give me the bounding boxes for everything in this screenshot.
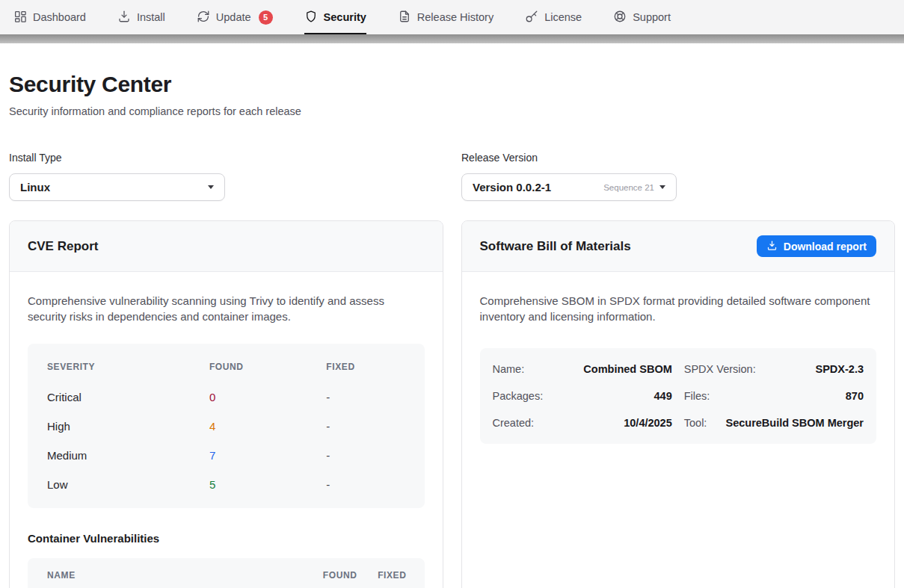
found-count: 7 <box>209 449 326 462</box>
detail-row-packages: Packages: 449 <box>493 383 672 409</box>
nav-item-label: Release History <box>417 11 493 23</box>
release-version-label: Release Version <box>461 152 677 164</box>
detail-value: SecureBuild SBOM Merger <box>725 417 864 429</box>
nav-item-dashboard[interactable]: Dashboard <box>13 0 86 34</box>
severity-name: Critical <box>47 391 209 403</box>
table-row-low: Low 5 - <box>28 470 425 499</box>
detail-label: Files: <box>684 390 710 402</box>
nav-item-label: Update <box>216 11 251 23</box>
detail-label: Created: <box>493 417 535 429</box>
nav-item-label: Dashboard <box>33 11 86 23</box>
severity-name: Medium <box>47 449 209 462</box>
table-row-high: High 4 - <box>28 412 425 441</box>
name-col-header: NAME <box>47 570 289 581</box>
fixed-count: - <box>326 449 424 462</box>
nav-item-support[interactable]: Support <box>613 0 671 34</box>
install-type-value: Linux <box>20 181 50 194</box>
sbom-title: Software Bill of Materials <box>480 239 631 254</box>
fixed-count: - <box>326 391 424 403</box>
severity-table: SEVERITY FOUND FIXED Critical 0 - High 4… <box>28 344 425 508</box>
detail-label: Name: <box>493 363 525 375</box>
fixed-count: - <box>326 478 424 491</box>
nav-item-update[interactable]: Update 5 <box>197 0 273 34</box>
nav-item-license[interactable]: License <box>525 0 582 34</box>
download-icon <box>117 10 131 25</box>
nav-item-label: Support <box>633 11 671 23</box>
container-vulnerabilities-title: Container Vulnerabilities <box>28 532 425 545</box>
found-count: 5 <box>209 478 326 491</box>
download-icon <box>766 240 778 253</box>
detail-row-spdx-version: SPDX Version: SPDX-2.3 <box>684 356 864 383</box>
found-col-header: FOUND <box>289 570 357 581</box>
release-version-select[interactable]: Version 0.0.2-1 Sequence 21 <box>461 173 677 201</box>
severity-name: Low <box>47 478 209 491</box>
table-row-medium: Medium 7 - <box>28 441 425 470</box>
detail-label: Tool: <box>684 417 707 429</box>
fixed-col-header: FIXED <box>357 570 407 581</box>
install-type-select[interactable]: Linux <box>9 173 225 201</box>
dashboard-icon <box>13 10 27 25</box>
cve-report-card-header: CVE Report <box>10 221 443 272</box>
nav-item-label: Install <box>137 11 165 23</box>
severity-name: High <box>47 420 209 433</box>
release-version-value: Version 0.0.2-1 <box>473 181 551 194</box>
severity-table-header: SEVERITY FOUND FIXED <box>28 348 425 383</box>
container-table-header: NAME FOUND FIXED <box>28 558 425 588</box>
cve-report-description: Comprehensive vulnerability scanning usi… <box>28 293 424 324</box>
document-icon <box>398 10 411 25</box>
scroll-shadow-strip <box>0 34 904 43</box>
shield-icon <box>304 10 318 25</box>
sbom-card-header: Software Bill of Materials Download repo… <box>462 221 895 272</box>
table-row-critical: Critical 0 - <box>28 383 425 412</box>
detail-value: 449 <box>654 390 672 402</box>
fixed-col-header: FIXED <box>326 362 424 372</box>
found-col-header: FOUND <box>209 362 326 372</box>
key-icon <box>525 10 538 25</box>
cve-report-title: CVE Report <box>28 239 98 254</box>
sbom-description: Comprehensive SBOM in SPDX format provid… <box>480 293 876 324</box>
top-nav: Dashboard Install Update 5 Security Rele… <box>0 0 904 34</box>
nav-item-label: License <box>544 11 582 23</box>
found-count: 4 <box>209 420 326 433</box>
nav-item-install[interactable]: Install <box>117 0 165 34</box>
download-report-button[interactable]: Download report <box>757 235 876 257</box>
chevron-down-icon <box>659 185 665 189</box>
found-count: 0 <box>209 391 326 403</box>
download-report-label: Download report <box>784 241 867 253</box>
detail-value: Combined SBOM <box>583 363 671 375</box>
update-count-badge: 5 <box>259 10 273 25</box>
sbom-card: Software Bill of Materials Download repo… <box>461 220 896 588</box>
severity-col-header: SEVERITY <box>47 362 209 372</box>
detail-row-created: Created: 10/4/2025 <box>493 409 672 436</box>
install-type-label: Install Type <box>9 152 461 164</box>
detail-row-name: Name: Combined SBOM <box>493 356 672 383</box>
nav-item-label: Security <box>324 11 366 23</box>
release-sequence-label: Sequence 21 <box>603 183 654 192</box>
fixed-count: - <box>326 420 424 433</box>
detail-label: Packages: <box>493 390 544 402</box>
page-subtitle: Security information and compliance repo… <box>9 105 895 117</box>
chevron-down-icon <box>208 185 214 189</box>
nav-item-release-history[interactable]: Release History <box>398 0 493 34</box>
detail-row-tool: Tool: SecureBuild SBOM Merger <box>684 409 864 436</box>
detail-label: SPDX Version: <box>684 363 756 375</box>
detail-value: SPDX-2.3 <box>816 363 864 375</box>
detail-value: 870 <box>846 390 864 402</box>
cve-report-card: CVE Report Comprehensive vulnerability s… <box>9 220 443 588</box>
filters-row: Install Type Linux Release Version Versi… <box>9 152 895 201</box>
detail-value: 10/4/2025 <box>624 417 672 429</box>
lifebuoy-icon <box>613 10 627 25</box>
detail-row-files: Files: 870 <box>684 383 864 409</box>
page-title: Security Center <box>9 72 895 97</box>
sbom-details-panel: Name: Combined SBOM SPDX Version: SPDX-2… <box>480 348 877 444</box>
nav-item-security[interactable]: Security <box>304 0 366 34</box>
refresh-icon <box>197 10 210 25</box>
